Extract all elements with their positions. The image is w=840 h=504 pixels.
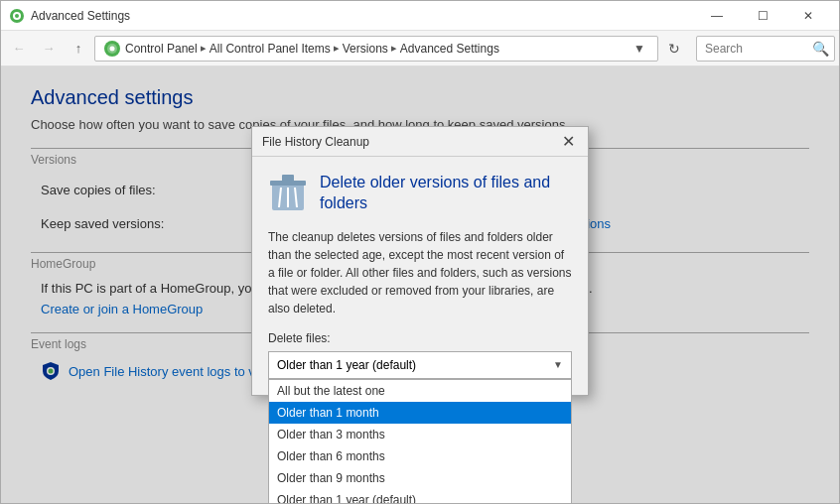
main-content: Advanced settings Choose how often you w…: [1, 66, 839, 503]
search-icon: 🔍: [812, 41, 829, 57]
dropdown-item-3months[interactable]: Older than 3 months: [269, 424, 571, 445]
dropdown-item-1month[interactable]: Older than 1 month: [269, 402, 571, 424]
dropdown-item-all-but-latest[interactable]: All but the latest one: [269, 380, 571, 402]
modal-close-button[interactable]: ✕: [558, 132, 578, 152]
back-button[interactable]: ←: [5, 36, 33, 62]
modal-title: File History Cleanup: [262, 135, 558, 149]
breadcrumb-all-control-panel: All Control Panel Items: [210, 42, 331, 56]
dropdown-item-9months[interactable]: Older than 9 months: [269, 467, 571, 489]
svg-point-5: [110, 46, 115, 51]
dropdown-item-6months[interactable]: Older than 6 months: [269, 445, 571, 467]
address-bar: ← → ↑ Control Panel ▸ All Control Panel …: [1, 31, 839, 66]
close-button[interactable]: ✕: [785, 1, 831, 31]
breadcrumb-advanced-settings: Advanced Settings: [400, 42, 499, 56]
window-title: Advanced Settings: [31, 9, 694, 23]
svg-point-2: [15, 14, 19, 18]
cleanup-modal: File History Cleanup ✕: [251, 126, 589, 396]
breadcrumb-arrow-1: ▸: [198, 42, 210, 55]
breadcrumb-arrow-2: ▸: [331, 42, 343, 55]
window-icon: [9, 8, 25, 24]
breadcrumb-control-panel: Control Panel: [125, 42, 198, 56]
svg-rect-10: [282, 175, 294, 182]
modal-description: The cleanup deletes versions of files an…: [268, 228, 572, 317]
maximize-button[interactable]: ☐: [740, 1, 785, 31]
modal-header-row: Delete older versions of files and folde…: [268, 173, 572, 214]
dropdown-arrow-button[interactable]: ▼: [630, 42, 649, 56]
minimize-button[interactable]: —: [694, 1, 740, 31]
dropdown-selected[interactable]: Older than 1 year (default) ▼: [268, 351, 572, 379]
dropdown-selected-value: Older than 1 year (default): [277, 358, 416, 372]
breadcrumb-arrow-3: ▸: [388, 42, 400, 55]
breadcrumb-file-history[interactable]: Versions: [343, 42, 388, 56]
refresh-button[interactable]: ↻: [660, 36, 688, 62]
title-bar: Advanced Settings — ☐ ✕: [1, 1, 839, 31]
nav-icon: [103, 40, 121, 58]
forward-button[interactable]: →: [35, 36, 63, 62]
recycle-bin-icon: [268, 173, 308, 212]
up-button[interactable]: ↑: [65, 36, 92, 62]
address-input[interactable]: Control Panel ▸ All Control Panel Items …: [94, 36, 658, 62]
dropdown-item-1year[interactable]: Older than 1 year (default): [269, 489, 571, 503]
search-container: 🔍: [696, 36, 835, 62]
modal-overlay: File History Cleanup ✕: [1, 66, 839, 503]
dropdown-list: All but the latest one Older than 1 mont…: [268, 379, 572, 503]
modal-body: Delete older versions of files and folde…: [252, 157, 588, 395]
chevron-down-icon: ▼: [553, 359, 563, 370]
window-controls: — ☐ ✕: [694, 1, 831, 31]
modal-heading: Delete older versions of files and folde…: [320, 173, 572, 214]
delete-files-label: Delete files:: [268, 331, 572, 345]
delete-files-dropdown: Older than 1 year (default) ▼ All but th…: [268, 351, 572, 379]
modal-title-bar: File History Cleanup ✕: [252, 127, 588, 157]
main-window: Advanced Settings — ☐ ✕ ← → ↑ Control Pa…: [0, 0, 840, 504]
